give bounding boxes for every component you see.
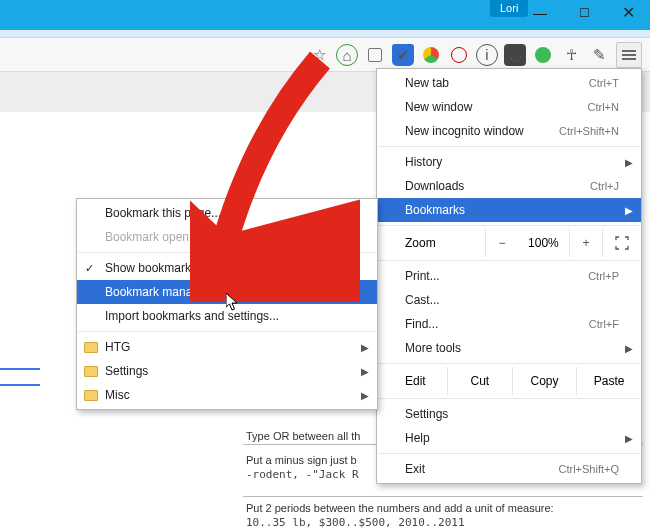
- green-dot-icon[interactable]: [532, 44, 554, 66]
- main-menu: New tabCtrl+T New windowCtrl+N New incog…: [376, 68, 642, 484]
- folder-icon: [84, 366, 98, 377]
- submenu-folder[interactable]: Settings▶: [77, 359, 377, 383]
- check-icon: ✓: [85, 262, 94, 275]
- page-text: Put a minus sign just b -rodent, -"Jack …: [246, 454, 359, 481]
- browser-toolbar: ☆ ⌂ ✔ i ◡ ☥ ✎: [0, 38, 650, 72]
- submenu-item-bookmark-manager[interactable]: Bookmark managerCtrl+Shift+O: [77, 280, 377, 304]
- table-row-accent: [0, 368, 40, 370]
- folder-icon: [84, 342, 98, 353]
- menu-item-settings[interactable]: Settings: [377, 402, 641, 426]
- menu-item-history[interactable]: History▶: [377, 150, 641, 174]
- window-titlebar: Lori — ☐ ✕: [0, 0, 650, 30]
- paste-button[interactable]: Paste: [576, 367, 641, 395]
- menu-item-more-tools[interactable]: More tools▶: [377, 336, 641, 360]
- menu-separator: [378, 225, 640, 226]
- edit-label: Edit: [377, 367, 447, 395]
- fullscreen-icon: [615, 236, 629, 250]
- submenu-item-show-bookmarks-bar[interactable]: ✓ Show bookmarks barCtrl+Shift+B: [77, 256, 377, 280]
- submenu-item-import-bookmarks[interactable]: Import bookmarks and settings...: [77, 304, 377, 328]
- table-row-accent: [0, 384, 40, 386]
- fullscreen-button[interactable]: [602, 229, 641, 257]
- star-icon[interactable]: ☆: [308, 44, 330, 66]
- menu-item-new-tab[interactable]: New tabCtrl+T: [377, 71, 641, 95]
- extension-icon-row: ☆ ⌂ ✔ i ◡ ☥ ✎: [308, 42, 642, 68]
- menu-item-print[interactable]: Print...Ctrl+P: [377, 264, 641, 288]
- menu-item-zoom: Zoom − 100% +: [377, 229, 641, 257]
- chevron-right-icon: ▶: [361, 390, 369, 401]
- menu-separator: [378, 146, 640, 147]
- menu-item-cast[interactable]: Cast...: [377, 288, 641, 312]
- menu-separator: [78, 252, 376, 253]
- shield-icon[interactable]: ✔: [392, 44, 414, 66]
- ankh-icon[interactable]: ☥: [560, 44, 582, 66]
- zoom-in-button[interactable]: +: [569, 229, 602, 257]
- menu-separator: [78, 331, 376, 332]
- chevron-right-icon: ▶: [625, 205, 633, 216]
- tab-strip: [0, 30, 650, 38]
- chevron-right-icon: ▶: [625, 157, 633, 168]
- box-icon[interactable]: [364, 44, 386, 66]
- page-text: Put 2 periods between the numbers and ad…: [246, 502, 554, 529]
- folder-icon: [84, 390, 98, 401]
- menu-separator: [378, 453, 640, 454]
- zoom-label: Zoom: [377, 236, 485, 250]
- menu-item-downloads[interactable]: DownloadsCtrl+J: [377, 174, 641, 198]
- menu-item-exit[interactable]: ExitCtrl+Shift+Q: [377, 457, 641, 481]
- submenu-folder[interactable]: HTG▶: [77, 335, 377, 359]
- chrome-icon[interactable]: [420, 44, 442, 66]
- eye-icon[interactable]: [448, 44, 470, 66]
- zoom-value: 100%: [518, 236, 569, 250]
- hamburger-menu-button[interactable]: [616, 42, 642, 68]
- chevron-right-icon: ▶: [361, 342, 369, 353]
- cut-button[interactable]: Cut: [447, 367, 512, 395]
- chevron-right-icon: ▶: [361, 366, 369, 377]
- submenu-folder[interactable]: Misc▶: [77, 383, 377, 407]
- divider: [243, 496, 643, 497]
- menu-separator: [378, 363, 640, 364]
- menu-item-bookmarks[interactable]: Bookmarks▶: [377, 198, 641, 222]
- home-icon[interactable]: ⌂: [336, 44, 358, 66]
- menu-item-help[interactable]: Help▶: [377, 426, 641, 450]
- menu-separator: [378, 260, 640, 261]
- menu-item-edit: Edit Cut Copy Paste: [377, 367, 641, 395]
- zoom-out-button[interactable]: −: [485, 229, 518, 257]
- submenu-item-bookmark-page[interactable]: Bookmark this page...Ctrl+D: [77, 201, 377, 225]
- page-text: Type OR between all th: [246, 430, 360, 442]
- submenu-item-bookmark-open-pages: Bookmark open pages...Ctrl+Shift+D: [77, 225, 377, 249]
- pencil-icon[interactable]: ✎: [588, 44, 610, 66]
- menu-item-new-window[interactable]: New windowCtrl+N: [377, 95, 641, 119]
- pocket-icon[interactable]: ◡: [504, 44, 526, 66]
- menu-separator: [378, 398, 640, 399]
- chevron-right-icon: ▶: [625, 343, 633, 354]
- copy-button[interactable]: Copy: [512, 367, 577, 395]
- menu-item-find[interactable]: Find...Ctrl+F: [377, 312, 641, 336]
- window-minimize-button[interactable]: —: [518, 0, 562, 28]
- bookmarks-submenu: Bookmark this page...Ctrl+D Bookmark ope…: [76, 198, 378, 410]
- chevron-right-icon: ▶: [625, 433, 633, 444]
- menu-item-new-incognito[interactable]: New incognito windowCtrl+Shift+N: [377, 119, 641, 143]
- window-maximize-button[interactable]: ☐: [562, 0, 606, 28]
- info-icon[interactable]: i: [476, 44, 498, 66]
- window-close-button[interactable]: ✕: [606, 0, 650, 28]
